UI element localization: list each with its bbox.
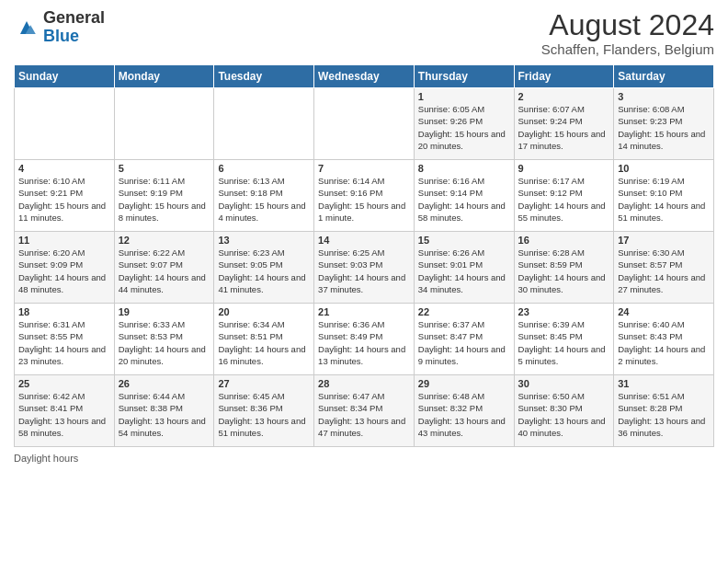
col-sunday: Sunday bbox=[15, 65, 115, 88]
day-number: 18 bbox=[18, 306, 110, 317]
daylight-text: Daylight: 14 hours and 5 minutes. bbox=[518, 343, 610, 368]
daylight-text: Daylight: 13 hours and 51 minutes. bbox=[218, 415, 310, 440]
daylight-text: Daylight: 15 hours and 14 minutes. bbox=[618, 128, 710, 153]
sunset-text: Sunset: 8:34 PM bbox=[318, 402, 410, 414]
sunrise-text: Sunrise: 6:33 AM bbox=[119, 318, 210, 330]
sunrise-text: Sunrise: 6:40 AM bbox=[618, 318, 710, 330]
logo: General Blue bbox=[14, 9, 105, 46]
day-number: 5 bbox=[119, 163, 210, 174]
calendar-cell: 16Sunrise: 6:28 AMSunset: 8:59 PMDayligh… bbox=[514, 232, 614, 304]
sunset-text: Sunset: 8:32 PM bbox=[418, 402, 510, 414]
calendar-cell: 29Sunrise: 6:48 AMSunset: 8:32 PMDayligh… bbox=[414, 375, 514, 447]
day-number: 19 bbox=[119, 306, 210, 317]
calendar-cell: 27Sunrise: 6:45 AMSunset: 8:36 PMDayligh… bbox=[214, 375, 314, 447]
daylight-text: Daylight: 14 hours and 13 minutes. bbox=[318, 343, 410, 368]
sunset-text: Sunset: 9:10 PM bbox=[618, 187, 710, 199]
sunset-text: Sunset: 9:23 PM bbox=[618, 115, 710, 127]
sunset-text: Sunset: 9:05 PM bbox=[218, 259, 310, 270]
daylight-text: Daylight: 14 hours and 51 minutes. bbox=[618, 200, 710, 224]
sunrise-text: Sunrise: 6:42 AM bbox=[18, 390, 110, 402]
sunrise-text: Sunrise: 6:26 AM bbox=[418, 247, 510, 259]
col-friday: Friday bbox=[514, 65, 614, 88]
calendar-cell: 14Sunrise: 6:25 AMSunset: 9:03 PMDayligh… bbox=[314, 232, 415, 304]
footer: Daylight hours bbox=[14, 453, 714, 464]
sunset-text: Sunset: 8:51 PM bbox=[218, 330, 310, 342]
daylight-text: Daylight: 15 hours and 17 minutes. bbox=[518, 128, 610, 153]
sunrise-text: Sunrise: 6:23 AM bbox=[218, 247, 310, 259]
sunset-text: Sunset: 8:28 PM bbox=[618, 402, 710, 414]
sunset-text: Sunset: 8:45 PM bbox=[518, 330, 610, 342]
daylight-text: Daylight: 15 hours and 20 minutes. bbox=[418, 128, 510, 153]
calendar-cell: 25Sunrise: 6:42 AMSunset: 8:41 PMDayligh… bbox=[15, 375, 115, 447]
sunset-text: Sunset: 9:16 PM bbox=[318, 187, 410, 199]
day-number: 12 bbox=[119, 235, 210, 246]
day-number: 6 bbox=[218, 163, 310, 174]
day-number: 11 bbox=[18, 235, 110, 246]
sunset-text: Sunset: 8:30 PM bbox=[518, 402, 610, 414]
calendar-header: Sunday Monday Tuesday Wednesday Thursday… bbox=[15, 65, 714, 88]
calendar-cell: 1Sunrise: 6:05 AMSunset: 9:26 PMDaylight… bbox=[414, 88, 514, 160]
day-number: 20 bbox=[218, 306, 310, 317]
sunset-text: Sunset: 8:36 PM bbox=[218, 402, 310, 414]
calendar-cell bbox=[114, 88, 214, 160]
sunrise-text: Sunrise: 6:19 AM bbox=[618, 175, 710, 187]
sunrise-text: Sunrise: 6:17 AM bbox=[518, 175, 610, 187]
calendar-week-row: 25Sunrise: 6:42 AMSunset: 8:41 PMDayligh… bbox=[15, 375, 714, 447]
daylight-text: Daylight: 14 hours and 48 minutes. bbox=[18, 271, 110, 296]
sunrise-text: Sunrise: 6:05 AM bbox=[418, 103, 510, 115]
sunset-text: Sunset: 8:49 PM bbox=[318, 330, 410, 342]
day-number: 2 bbox=[518, 91, 610, 102]
calendar-cell: 20Sunrise: 6:34 AMSunset: 8:51 PMDayligh… bbox=[214, 304, 314, 375]
day-number: 17 bbox=[618, 235, 710, 246]
day-number: 30 bbox=[518, 378, 610, 389]
day-number: 23 bbox=[518, 306, 610, 317]
logo-text: General Blue bbox=[43, 9, 105, 46]
daylight-text: Daylight: 14 hours and 44 minutes. bbox=[119, 271, 210, 296]
day-number: 4 bbox=[18, 163, 110, 174]
sunrise-text: Sunrise: 6:20 AM bbox=[18, 247, 110, 259]
logo-general-text: General bbox=[43, 8, 105, 27]
sunset-text: Sunset: 8:55 PM bbox=[18, 330, 110, 342]
sunrise-text: Sunrise: 6:48 AM bbox=[418, 390, 510, 402]
sunrise-text: Sunrise: 6:34 AM bbox=[218, 318, 310, 330]
calendar-cell: 18Sunrise: 6:31 AMSunset: 8:55 PMDayligh… bbox=[15, 304, 115, 375]
logo-blue-text: Blue bbox=[43, 27, 79, 45]
day-number: 15 bbox=[418, 235, 510, 246]
daylight-label: Daylight hours bbox=[14, 453, 78, 464]
sunset-text: Sunset: 9:26 PM bbox=[418, 115, 510, 127]
sunrise-text: Sunrise: 6:39 AM bbox=[518, 318, 610, 330]
daylight-text: Daylight: 14 hours and 30 minutes. bbox=[518, 271, 610, 296]
sunrise-text: Sunrise: 6:36 AM bbox=[318, 318, 410, 330]
calendar-table: Sunday Monday Tuesday Wednesday Thursday… bbox=[14, 64, 714, 447]
sunset-text: Sunset: 8:53 PM bbox=[119, 330, 210, 342]
sunrise-text: Sunrise: 6:14 AM bbox=[318, 175, 410, 187]
daylight-text: Daylight: 14 hours and 27 minutes. bbox=[618, 271, 710, 296]
day-number: 16 bbox=[518, 235, 610, 246]
sunrise-text: Sunrise: 6:13 AM bbox=[218, 175, 310, 187]
sunset-text: Sunset: 9:12 PM bbox=[518, 187, 610, 199]
daylight-text: Daylight: 15 hours and 4 minutes. bbox=[218, 200, 310, 224]
sunset-text: Sunset: 8:41 PM bbox=[18, 402, 110, 414]
calendar-cell: 21Sunrise: 6:36 AMSunset: 8:49 PMDayligh… bbox=[314, 304, 415, 375]
sunset-text: Sunset: 8:43 PM bbox=[618, 330, 710, 342]
daylight-text: Daylight: 14 hours and 2 minutes. bbox=[618, 343, 710, 368]
sunrise-text: Sunrise: 6:31 AM bbox=[18, 318, 110, 330]
day-number: 9 bbox=[518, 163, 610, 174]
calendar-cell: 30Sunrise: 6:50 AMSunset: 8:30 PMDayligh… bbox=[514, 375, 614, 447]
daylight-text: Daylight: 14 hours and 34 minutes. bbox=[418, 271, 510, 296]
daylight-text: Daylight: 14 hours and 55 minutes. bbox=[518, 200, 610, 224]
calendar-cell: 17Sunrise: 6:30 AMSunset: 8:57 PMDayligh… bbox=[614, 232, 714, 304]
calendar-cell: 19Sunrise: 6:33 AMSunset: 8:53 PMDayligh… bbox=[114, 304, 214, 375]
sunrise-text: Sunrise: 6:50 AM bbox=[518, 390, 610, 402]
calendar-cell: 15Sunrise: 6:26 AMSunset: 9:01 PMDayligh… bbox=[414, 232, 514, 304]
sunrise-text: Sunrise: 6:37 AM bbox=[418, 318, 510, 330]
sunset-text: Sunset: 9:01 PM bbox=[418, 259, 510, 270]
header-row: Sunday Monday Tuesday Wednesday Thursday… bbox=[15, 65, 714, 88]
col-thursday: Thursday bbox=[414, 65, 514, 88]
col-saturday: Saturday bbox=[614, 65, 714, 88]
calendar-cell: 4Sunrise: 6:10 AMSunset: 9:21 PMDaylight… bbox=[15, 160, 115, 232]
col-wednesday: Wednesday bbox=[314, 65, 415, 88]
title-block: August 2024 Schaffen, Flanders, Belgium bbox=[541, 9, 714, 57]
sunrise-text: Sunrise: 6:44 AM bbox=[119, 390, 210, 402]
sunrise-text: Sunrise: 6:07 AM bbox=[518, 103, 610, 115]
